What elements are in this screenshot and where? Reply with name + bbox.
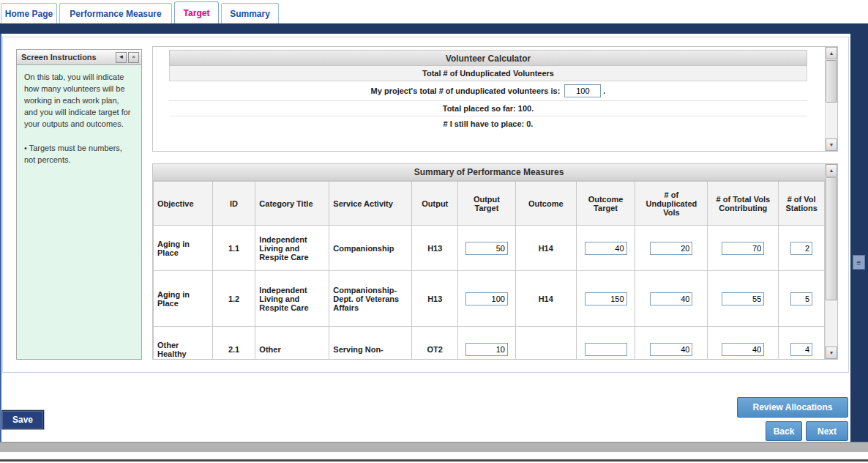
vertical-splitter[interactable]: ≡ bbox=[850, 34, 868, 442]
id-cell: 1.2 bbox=[212, 271, 255, 327]
tab-target[interactable]: Target bbox=[174, 1, 219, 23]
column-header-category-title: Category Title bbox=[255, 182, 329, 226]
volunteer-calculator-panel: Volunteer Calculator Total # of Unduplic… bbox=[152, 46, 838, 152]
save-button[interactable]: Save bbox=[1, 410, 44, 429]
calculator-title: Volunteer Calculator bbox=[169, 50, 807, 66]
tab-home-page[interactable]: Home Page bbox=[1, 3, 57, 23]
table-scrollbar[interactable]: ▲ ▼ bbox=[825, 164, 837, 359]
outcome-cell: H14 bbox=[515, 226, 576, 271]
still-to-place-text: # I still have to place: 0. bbox=[169, 116, 807, 132]
vol-stations-cell bbox=[779, 327, 825, 360]
back-button[interactable]: Back bbox=[766, 421, 802, 441]
instructions-paragraph: On this tab, you will indicate how many … bbox=[24, 72, 134, 130]
outcome-target-input[interactable] bbox=[585, 343, 627, 356]
close-panel-button[interactable]: × bbox=[128, 52, 139, 63]
collapse-panel-button[interactable]: ◄ bbox=[116, 52, 127, 63]
close-icon: × bbox=[132, 54, 135, 60]
output-target-input[interactable] bbox=[465, 292, 508, 305]
calculator-subtitle: Total # of Unduplicated Volunteers bbox=[169, 66, 807, 81]
output-cell: OT2 bbox=[412, 327, 458, 360]
table-row: Other Healthy 2.1 Other Serving Non- OT2 bbox=[154, 327, 825, 360]
outcome-cell bbox=[515, 327, 576, 360]
unduplicated-volunteers-label: My project's total # of unduplicated vol… bbox=[371, 86, 561, 95]
content-frame: Screen Instructions ◄ × On this tab, you… bbox=[2, 37, 849, 373]
vol-stations-input[interactable] bbox=[790, 242, 812, 255]
column-header-unduplicated-vols: # of Unduplicated Vols bbox=[635, 182, 708, 226]
header-accent-bar bbox=[0, 23, 868, 34]
table-scroll-thumb[interactable] bbox=[826, 177, 837, 300]
calculator-scroll-up-button[interactable]: ▲ bbox=[826, 47, 837, 59]
output-cell: H13 bbox=[412, 226, 458, 271]
unduplicated-vols-cell bbox=[635, 327, 708, 360]
column-header-output-target: Output Target bbox=[458, 182, 516, 226]
outcome-target-cell bbox=[576, 271, 635, 327]
outcome-target-cell bbox=[576, 226, 635, 271]
category-title-cell: Other bbox=[255, 327, 329, 360]
unduplicated-vols-input[interactable] bbox=[650, 343, 692, 356]
output-target-input[interactable] bbox=[465, 242, 508, 255]
panel-title: Screen Instructions bbox=[21, 53, 114, 62]
unduplicated-vols-input[interactable] bbox=[650, 242, 692, 255]
column-header-id: ID bbox=[212, 182, 255, 226]
column-header-output: Output bbox=[412, 182, 458, 226]
table-scroll-up-button[interactable]: ▲ bbox=[826, 164, 837, 177]
review-allocations-button[interactable]: Review Allocations bbox=[737, 397, 848, 418]
scroll-down-icon: ▼ bbox=[829, 350, 834, 355]
unduplicated-volunteers-row: My project's total # of unduplicated vol… bbox=[169, 81, 807, 101]
status-bar bbox=[0, 442, 868, 452]
output-target-cell bbox=[458, 271, 516, 327]
scroll-up-icon: ▲ bbox=[829, 168, 834, 173]
column-header-vol-stations: # of Vol Stations bbox=[779, 182, 825, 226]
instructions-note: • Targets must be numbers, not percents. bbox=[24, 143, 134, 166]
tab-home-page-label: Home Page bbox=[5, 9, 53, 19]
unduplicated-vols-cell bbox=[635, 226, 708, 271]
column-header-total-vols-contributing: # of Total Vols Contributing bbox=[708, 182, 779, 226]
performance-measures-content: Summary of Performance Measures Objectiv… bbox=[153, 164, 825, 359]
tab-performance-measure[interactable]: Performance Measure bbox=[59, 3, 172, 23]
output-target-input[interactable] bbox=[465, 343, 508, 356]
instructions-body: On this tab, you will indicate how many … bbox=[16, 65, 142, 360]
tab-summary[interactable]: Summary bbox=[221, 3, 279, 23]
outcome-target-input[interactable] bbox=[585, 242, 627, 255]
table-header-row: Objective ID Category Title Service Acti… bbox=[154, 182, 825, 226]
performance-measures-table: Objective ID Category Title Service Acti… bbox=[153, 181, 825, 359]
objective-cell: Aging in Place bbox=[154, 226, 213, 271]
objective-cell: Other Healthy bbox=[154, 327, 213, 360]
table-row: Aging in Place 1.1 Independent Living an… bbox=[154, 226, 825, 271]
total-vols-input[interactable] bbox=[722, 242, 764, 255]
vol-stations-input[interactable] bbox=[790, 292, 812, 305]
performance-measures-panel: Summary of Performance Measures Objectiv… bbox=[152, 163, 838, 360]
unduplicated-vols-input[interactable] bbox=[650, 292, 692, 305]
next-button[interactable]: Next bbox=[806, 421, 848, 441]
calculator-scroll-down-button[interactable]: ▼ bbox=[826, 138, 837, 151]
unduplicated-vols-cell bbox=[635, 271, 708, 327]
calculator-scroll-thumb[interactable] bbox=[826, 60, 837, 103]
category-title-cell: Independent Living and Respite Care bbox=[255, 226, 329, 271]
id-cell: 2.1 bbox=[212, 327, 255, 360]
outcome-target-cell bbox=[576, 327, 635, 360]
column-header-outcome: Outcome bbox=[515, 182, 576, 226]
total-vols-input[interactable] bbox=[722, 292, 764, 305]
scroll-up-icon: ▲ bbox=[829, 51, 834, 56]
back-button-label: Back bbox=[774, 426, 795, 437]
unduplicated-volunteers-input[interactable] bbox=[564, 84, 601, 97]
calculator-scrollbar[interactable]: ▲ ▼ bbox=[825, 47, 837, 151]
review-allocations-label: Review Allocations bbox=[753, 402, 833, 412]
output-target-cell bbox=[458, 226, 516, 271]
column-header-service-activity: Service Activity bbox=[329, 182, 412, 226]
tab-target-label: Target bbox=[184, 8, 210, 18]
outcome-target-input[interactable] bbox=[585, 292, 627, 305]
total-vols-cell bbox=[708, 226, 779, 271]
next-button-label: Next bbox=[818, 426, 837, 437]
summary-title: Summary of Performance Measures bbox=[153, 164, 825, 181]
tab-bar: Home Page Performance Measure Target Sum… bbox=[0, 0, 868, 23]
scroll-down-icon: ▼ bbox=[829, 142, 834, 147]
splitter-grip-icon[interactable]: ≡ bbox=[853, 255, 865, 270]
category-title-cell: Independent Living and Respite Care bbox=[255, 271, 329, 327]
total-vols-input[interactable] bbox=[722, 343, 764, 356]
vol-stations-input[interactable] bbox=[790, 343, 812, 356]
table-scroll-down-button[interactable]: ▼ bbox=[826, 347, 837, 359]
id-cell: 1.1 bbox=[212, 226, 255, 271]
total-vols-cell bbox=[708, 271, 779, 327]
total-vols-cell bbox=[708, 327, 779, 360]
